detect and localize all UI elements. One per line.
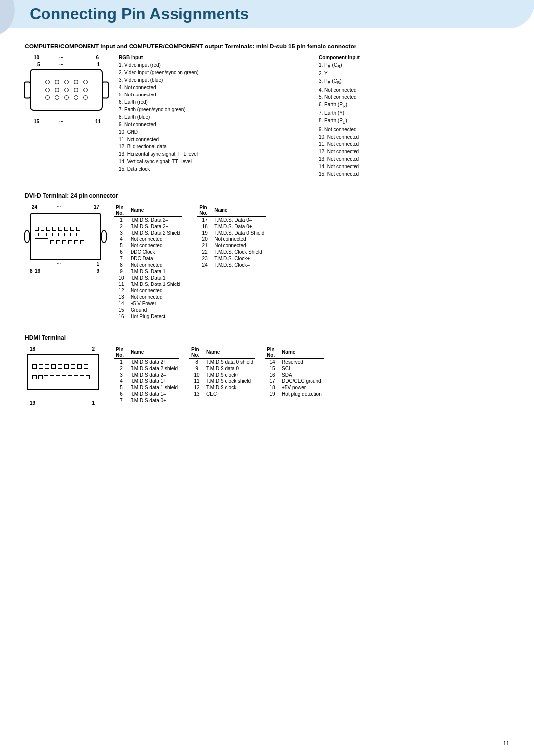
vga-dots-mid: ···: [59, 62, 63, 67]
dvi-connector-diagram: 24 ··· 17: [25, 204, 104, 274]
dvi-section: DVI-D Terminal: 24 pin connector 24 ··· …: [25, 192, 509, 320]
hdmi-col3-header-name: Name: [280, 346, 324, 359]
computer-section: COMPUTER/COMPONENT input and COMPUTER/CO…: [25, 43, 509, 178]
dvi-label-1: 1: [96, 261, 99, 267]
table-row: 10T.M.D.S. Data 1+: [114, 275, 182, 281]
hdmi-section-header: HDMI Terminal: [25, 334, 509, 341]
table-row: 8Not connected: [114, 262, 182, 268]
table-row: 5Not connected: [114, 242, 182, 249]
table-row: 4Not connected: [114, 236, 182, 242]
table-row: 6T.M.D.S data 1–: [114, 391, 179, 397]
hdmi-table-2: Pin No.Name 8T.M.D.S data 0 shield 9T.M.…: [189, 346, 255, 397]
table-row: 13CEC: [189, 391, 255, 397]
dvi-pin-table-col2: Pin No.Name 17T.M.D.S. Data 0– 18T.M.D.S…: [197, 204, 266, 320]
table-row: 5T.M.D.S data 1 shield: [114, 384, 179, 391]
table-row: 19T.M.D.S. Data 0 Shield: [197, 230, 266, 236]
table-row: 18T.M.D.S. Data 0+: [197, 223, 266, 230]
dvi-pin-tables: Pin No.Name 1T.M.D.S. Data 2– 2T.M.D.S. …: [114, 204, 509, 320]
hdmi-connector-diagram: 18 2: [25, 346, 104, 406]
table-row: 23T.M.D.S. Clock+: [197, 255, 266, 262]
table-row: 6DDC Clock: [114, 249, 182, 255]
table-row: 11T.M.D.S. Data 1 Shield: [114, 281, 182, 287]
dvi-col1-header-name: Name: [129, 204, 182, 217]
hdmi-table-3: Pin No.Name 14Reserved 15SCL 16SDA 17DDC…: [265, 346, 324, 397]
dvi-table-2: Pin No.Name 17T.M.D.S. Data 0– 18T.M.D.S…: [197, 204, 266, 268]
table-row: 7DDC Data: [114, 255, 182, 262]
table-row: 9T.M.D.S. Data 1–: [114, 268, 182, 275]
table-row: 2T.M.D.S. Data 2+: [114, 223, 182, 230]
vga-connector-diagram: 10 ··· 6 5 ··· 1: [25, 55, 109, 124]
table-row: 17T.M.D.S. Data 0–: [197, 216, 266, 223]
table-row: 12Not connected: [114, 287, 182, 294]
dvi-label-16: 16: [35, 268, 40, 274]
table-row: 16Hot Plug Detect: [114, 313, 182, 320]
vga-label-1: 1: [97, 62, 100, 67]
rgb-input-pins: 1. Video input (red) 2. Video input (gre…: [119, 61, 309, 173]
table-row: 15Ground: [114, 307, 182, 313]
hdmi-col1-header-name: Name: [129, 346, 179, 359]
hdmi-label-19: 19: [30, 400, 35, 406]
table-row: 11T.M.D.S clock shield: [189, 378, 255, 384]
vga-label-10: 10: [34, 55, 39, 60]
table-row: 3T.M.D.S data 2–: [114, 372, 179, 378]
table-row: 14+5 V Power: [114, 300, 182, 307]
hdmi-pin-table-col3: Pin No.Name 14Reserved 15SCL 16SDA 17DDC…: [265, 346, 324, 404]
vga-label-11: 11: [95, 119, 101, 124]
page-number: 11: [503, 740, 509, 746]
table-row: 12T.M.D.S clock–: [189, 384, 255, 391]
hdmi-pin-table-col2: Pin No.Name 8T.M.D.S data 0 shield 9T.M.…: [189, 346, 255, 404]
hdmi-col1-header-pinno: Pin No.: [114, 346, 129, 359]
table-row: 24T.M.D.S. Clock–: [197, 262, 266, 268]
table-row: 16SDA: [265, 372, 324, 378]
dvi-col2-header-name: Name: [212, 204, 266, 217]
dvi-section-header: DVI-D Terminal: 24 pin connector: [25, 192, 509, 199]
vga-label-15: 15: [34, 119, 39, 124]
table-row: 7T.M.D.S data 0+: [114, 397, 179, 404]
dvi-dots-top: ···: [57, 204, 61, 210]
vga-dots-bot: ···: [59, 119, 63, 124]
table-row: 13Not connected: [114, 294, 182, 300]
table-row: 3T.M.D.S. Data 2 Shield: [114, 230, 182, 236]
dvi-table-1: Pin No.Name 1T.M.D.S. Data 2– 2T.M.D.S. …: [114, 204, 182, 320]
table-row: 17DDC/CEC ground: [265, 378, 324, 384]
hdmi-pin-tables: Pin No.Name 1T.M.D.S data 2+ 2T.M.D.S da…: [114, 346, 509, 404]
table-row: 21Not connected: [197, 242, 266, 249]
computer-section-header: COMPUTER/COMPONENT input and COMPUTER/CO…: [25, 43, 509, 50]
dvi-label-8: 8: [30, 268, 33, 274]
hdmi-col3-header-pinno: Pin No.: [265, 346, 280, 359]
hdmi-label-1: 1: [92, 400, 95, 406]
table-row: 4T.M.D.S data 1+: [114, 378, 179, 384]
hdmi-section: HDMI Terminal 18 2: [25, 334, 509, 406]
vga-label-6: 6: [96, 55, 99, 60]
rgb-input-title: RGB Input: [119, 55, 309, 60]
table-row: 15SCL: [265, 365, 324, 372]
table-row: 1T.M.D.S. Data 2–: [114, 216, 182, 223]
table-row: 2T.M.D.S data 2 shield: [114, 365, 179, 372]
table-row: 20Not connected: [197, 236, 266, 242]
dvi-col1-header-pinno: Pin No.: [114, 204, 129, 217]
dvi-label-9: 9: [96, 268, 99, 274]
component-input-title: Component Input: [319, 55, 509, 60]
dvi-label-24: 24: [32, 204, 37, 210]
table-row: 1T.M.D.S data 2+: [114, 358, 179, 365]
rgb-input-list: RGB Input 1. Video input (red) 2. Video …: [119, 55, 309, 173]
dvi-col2-header-pinno: Pin No.: [197, 204, 212, 217]
vga-label-5: 5: [37, 62, 40, 67]
table-row: 8T.M.D.S data 0 shield: [189, 358, 255, 365]
table-row: 22T.M.D.S. Clock Shield: [197, 249, 266, 255]
dvi-dots-bot: ···: [57, 261, 61, 267]
table-row: 14Reserved: [265, 358, 324, 365]
table-row: 9T.M.D.S data 0–: [189, 365, 255, 372]
dvi-pin-table-col1: Pin No.Name 1T.M.D.S. Data 2– 2T.M.D.S. …: [114, 204, 182, 320]
page-title: Connecting Pin Assignments: [0, 0, 534, 28]
dvi-label-17: 17: [94, 204, 99, 210]
hdmi-pin-table-col1: Pin No.Name 1T.M.D.S data 2+ 2T.M.D.S da…: [114, 346, 179, 404]
hdmi-label-18: 18: [30, 346, 35, 352]
vga-dots-top: ···: [59, 55, 63, 60]
table-row: 18+5V power: [265, 384, 324, 391]
table-row: 10T.M.D.S clock+: [189, 372, 255, 378]
table-row: 19Hot plug detection: [265, 391, 324, 397]
component-input-pins: 1. PR (CR) 2. Y 3. PB (CB) 4. Not connec…: [319, 61, 509, 178]
hdmi-label-2: 2: [92, 346, 95, 352]
component-input-list: Component Input 1. PR (CR) 2. Y 3. PB (C…: [319, 55, 509, 178]
